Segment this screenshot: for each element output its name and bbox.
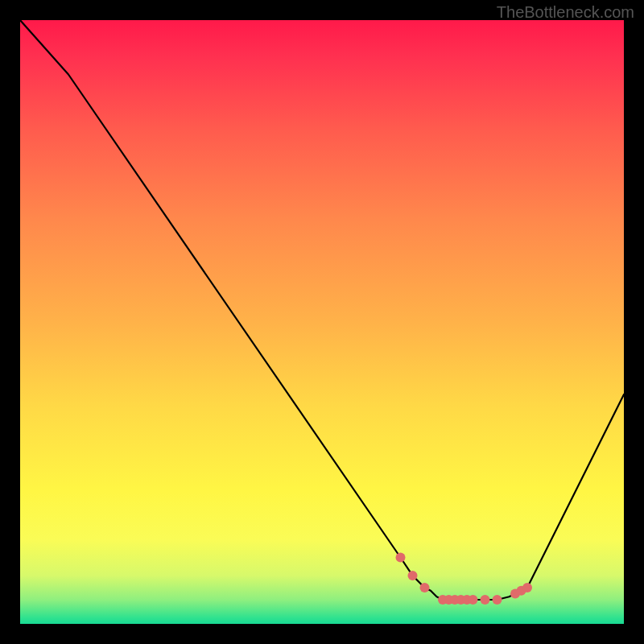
chart-svg	[20, 20, 624, 624]
curve-line	[20, 20, 624, 600]
marker-dot	[408, 571, 418, 580]
plot-area	[20, 20, 624, 624]
marker-dot	[522, 583, 532, 592]
marker-dot	[493, 595, 502, 605]
marker-group	[396, 553, 533, 605]
watermark-text: TheBottleneck.com	[497, 3, 634, 22]
marker-dot	[481, 595, 490, 605]
marker-dot	[420, 583, 430, 592]
marker-dot	[396, 553, 406, 563]
marker-dot	[469, 595, 478, 605]
